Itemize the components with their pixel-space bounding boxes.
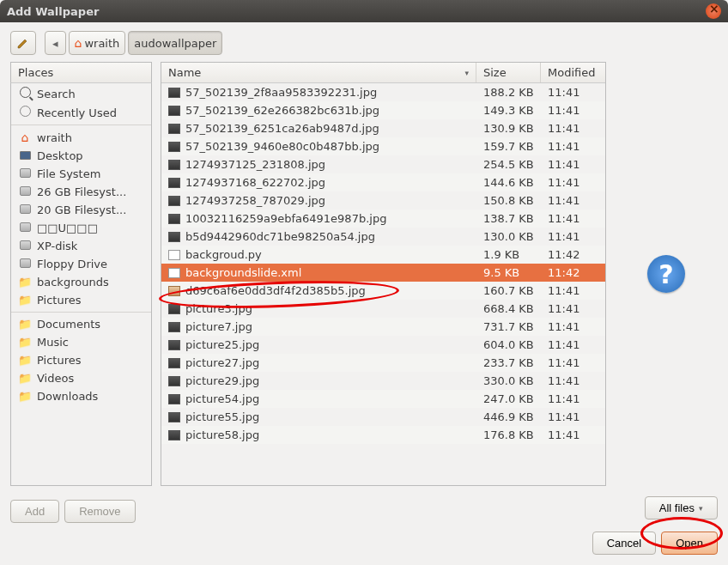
place-item[interactable]: □□U□□□ [11, 219, 151, 237]
file-row[interactable]: backgroud.py1.9 KB11:42 [161, 246, 605, 264]
file-row[interactable]: picture7.jpg731.7 KB11:41 [161, 318, 605, 336]
place-item[interactable]: Desktop [11, 147, 151, 165]
file-name: backgroundslide.xml [185, 266, 301, 279]
file-row[interactable]: picture25.jpg604.0 KB11:41 [161, 336, 605, 354]
file-name: 57_502139_62e266382bc631b.jpg [185, 104, 379, 117]
cancel-button[interactable]: Cancel [592, 532, 656, 555]
place-label: Documents [37, 318, 100, 331]
filetype-filter[interactable]: All files ▾ [645, 496, 718, 519]
file-list: Name ▾ Size Modified 57_502139_2f8aa9583… [161, 62, 606, 486]
place-item[interactable]: ⌂wraith [11, 128, 151, 147]
file-modified: 11:41 [541, 392, 605, 406]
file-row[interactable]: 1274937168_622702.jpg144.6 KB11:41 [161, 173, 605, 191]
file-row[interactable]: 10032116259a9ebfa6491e987b.jpg138.7 KB11… [161, 210, 605, 228]
place-label: wraith [37, 131, 72, 144]
file-size: 330.0 KB [476, 374, 541, 388]
column-header-modified[interactable]: Modified [541, 63, 605, 82]
file-rows[interactable]: 57_502139_2f8aa9583392231.jpg188.2 KB11:… [161, 83, 605, 485]
file-size: 130.9 KB [476, 121, 541, 136]
place-item[interactable]: 📁Documents [11, 315, 151, 333]
window-title: Add Wallpaper [7, 5, 706, 18]
clock-icon [18, 106, 32, 119]
open-button[interactable]: Open [661, 532, 718, 555]
file-size: 731.7 KB [476, 319, 541, 334]
place-item[interactable]: 📁Music [11, 333, 151, 351]
file-size: 446.9 KB [476, 410, 541, 424]
place-item[interactable]: File System [11, 165, 151, 183]
folder-pic-icon: 📁 [18, 354, 32, 367]
file-name: 1274937258_787029.jpg [185, 194, 325, 207]
place-item[interactable]: 📁Pictures [11, 351, 151, 369]
breadcrumb-home[interactable]: ⌂ wraith [69, 31, 126, 55]
file-size: 247.0 KB [476, 392, 541, 406]
place-item[interactable]: Search [11, 84, 151, 103]
back-button[interactable]: ◂ [45, 31, 66, 55]
file-row[interactable]: 1274937258_787029.jpg150.8 KB11:41 [161, 191, 605, 210]
folder-icon: 📁 [18, 276, 32, 289]
column-header-size[interactable]: Size [476, 63, 541, 82]
place-item[interactable]: XP-disk [11, 237, 151, 255]
place-item[interactable]: 📁Downloads [11, 387, 151, 405]
place-item[interactable]: Floppy Drive [11, 255, 151, 273]
file-row[interactable]: picture29.jpg330.0 KB11:41 [161, 372, 605, 390]
places-separator [11, 312, 151, 313]
file-modified: 11:41 [541, 319, 605, 334]
file-size: 130.0 KB [476, 229, 541, 244]
place-item[interactable]: 📁Videos [11, 369, 151, 387]
file-modified: 11:41 [541, 374, 605, 388]
folder-doc-icon: 📁 [18, 318, 32, 331]
place-item[interactable]: 📁backgrounds [11, 273, 151, 291]
file-size: 9.5 KB [476, 265, 541, 280]
file-modified: 11:41 [541, 175, 605, 190]
file-size: 150.8 KB [476, 193, 541, 208]
file-row[interactable]: b5d9442960dc71be98250a54.jpg130.0 KB11:4… [161, 228, 605, 246]
file-row[interactable]: 1274937125_231808.jpg254.5 KB11:41 [161, 155, 605, 173]
file-size: 160.7 KB [476, 283, 541, 298]
file-size: 233.7 KB [476, 355, 541, 370]
place-label: Floppy Drive [37, 258, 107, 270]
place-item[interactable]: 📁Pictures [11, 291, 151, 309]
file-name: 1274937125_231808.jpg [185, 158, 325, 171]
location-toolbar: ◂ ⌂ wraith audowallpaper [10, 31, 718, 55]
file-modified: 11:41 [541, 229, 605, 244]
remove-button[interactable]: Remove [64, 500, 135, 523]
home-icon: ⌂ [75, 36, 82, 50]
place-label: Recently Used [37, 106, 117, 119]
file-name: 57_502139_9460e80c0b487bb.jpg [185, 140, 379, 153]
file-row[interactable]: 57_502139_6251ca26ab9487d.jpg130.9 KB11:… [161, 119, 605, 137]
file-row[interactable]: backgroundslide.xml9.5 KB11:42 [161, 264, 605, 282]
edit-path-button[interactable] [10, 31, 36, 55]
close-icon[interactable] [706, 3, 721, 19]
file-row[interactable]: d69c6af6e0dd3df4f2d385b5.jpg160.7 KB11:4… [161, 282, 605, 300]
file-modified: 11:41 [541, 103, 605, 118]
folder-pic-icon: 📁 [18, 294, 32, 307]
place-label: Pictures [37, 354, 81, 367]
file-name: 57_502139_2f8aa9583392231.jpg [185, 86, 377, 99]
file-name: picture54.jpg [185, 392, 259, 405]
place-item[interactable]: 26 GB Filesyst... [11, 183, 151, 201]
chevron-down-icon: ▾ [699, 504, 703, 513]
file-size: 159.7 KB [476, 139, 541, 154]
file-row[interactable]: 57_502139_2f8aa9583392231.jpg188.2 KB11:… [161, 83, 605, 101]
file-modified: 11:41 [541, 157, 605, 172]
file-row[interactable]: picture27.jpg233.7 KB11:41 [161, 354, 605, 372]
search-icon [18, 87, 32, 100]
place-item[interactable]: 20 GB Filesyst... [11, 201, 151, 219]
file-row[interactable]: picture55.jpg446.9 KB11:41 [161, 408, 605, 426]
preview-pane: ? [615, 62, 718, 486]
breadcrumb-current[interactable]: audowallpaper [128, 31, 222, 55]
add-button[interactable]: Add [10, 500, 59, 523]
home-icon: ⌂ [18, 131, 32, 144]
column-header-name[interactable]: Name ▾ [161, 63, 476, 82]
file-row[interactable]: picture3.jpg668.4 KB11:41 [161, 300, 605, 318]
file-row[interactable]: 57_502139_9460e80c0b487bb.jpg159.7 KB11:… [161, 137, 605, 155]
file-modified: 11:41 [541, 283, 605, 298]
places-list[interactable]: SearchRecently Used⌂wraithDesktopFile Sy… [10, 83, 152, 486]
place-label: Videos [37, 372, 74, 385]
file-name: picture55.jpg [185, 410, 259, 423]
file-row[interactable]: 57_502139_62e266382bc631b.jpg149.3 KB11:… [161, 101, 605, 119]
file-row[interactable]: picture54.jpg247.0 KB11:41 [161, 390, 605, 408]
file-row[interactable]: picture58.jpg176.8 KB11:41 [161, 426, 605, 444]
file-size: 668.4 KB [476, 301, 541, 316]
place-item[interactable]: Recently Used [11, 103, 151, 122]
